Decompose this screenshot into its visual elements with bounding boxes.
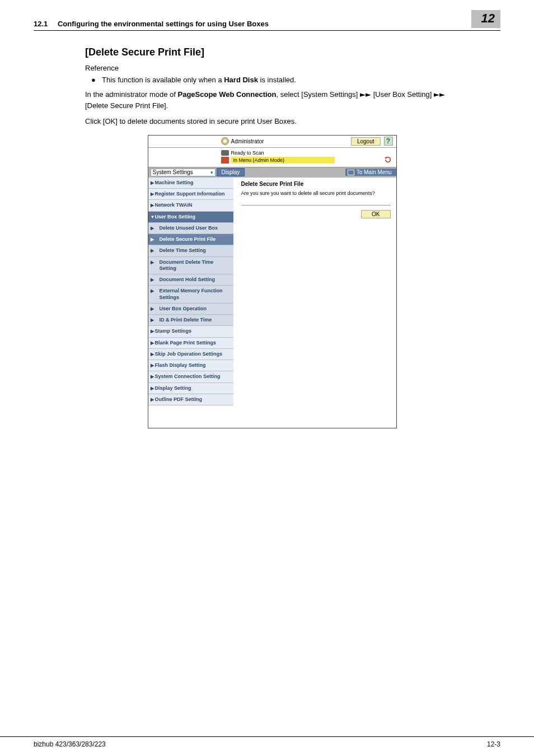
panel-title: Delete Secure Print File [241,181,391,187]
nav-item[interactable]: User Box Operation [148,304,233,315]
nav-item[interactable]: Flash Display Setting [148,360,233,371]
nav-item[interactable]: Delete Unused User Box [148,223,233,234]
chevron-right-icon [151,288,154,294]
nav-item[interactable]: ID & Print Delete Time [148,315,233,326]
nav-item-label: ID & Print Delete Time [160,317,212,323]
nav-item-label: Document Delete Time Setting [160,259,214,271]
nav-item-label: User Box Setting [155,214,196,220]
nav-item[interactable]: External Memory Function Settings [148,286,233,304]
nav-item-label: Delete Unused User Box [160,225,218,231]
chevron-right-icon [151,180,154,186]
to-main-menu-button[interactable]: To Main Menu [345,169,396,176]
heading-delete-secure-print: [Delete Secure Print File] [85,46,459,58]
scanner-icon [221,150,229,156]
nav-item-label: Display Setting [155,385,191,391]
ok-button[interactable]: OK [361,210,390,218]
chevron-right-icon [151,277,154,283]
chevron-right-icon [151,340,154,346]
nav-item-label: Flash Display Setting [155,362,206,368]
nav-item[interactable]: User Box Setting [148,212,233,223]
chevron-right-icon [151,329,154,334]
menu-mode-icon [221,157,229,164]
bullet-text-post: is installed. [258,76,296,84]
chevron-right-icon [151,260,154,265]
screenshot-panel: Administrator Logout ? Ready to Scan In … [148,135,397,428]
arrow-icon: ►► [360,90,371,99]
chevron-right-icon [151,374,154,380]
logout-button[interactable]: Logout [351,137,381,146]
nav-item-label: Network TWAIN [155,202,193,208]
nav-item[interactable]: Delete Secure Print File [148,234,233,245]
chevron-right-icon [151,192,154,197]
nav-item[interactable]: Document Hold Setting [148,274,233,286]
nav-item[interactable]: Network TWAIN [148,200,233,211]
footer-product: bizhub 423/363/283/223 [34,740,106,748]
arrow-icon: ►► [434,90,445,99]
nav-item[interactable]: Blank Page Print Settings [148,338,233,349]
bullet-text-bold: Hard Disk [224,76,258,84]
nav-item-label: User Box Operation [160,306,207,311]
side-nav: Machine SettingRegister Support Informat… [148,178,233,405]
main-menu-icon [348,170,354,175]
section-number: 12.1 [34,20,48,28]
chevron-down-icon: ▾ [210,170,213,175]
section-title: Configuring the environmental settings f… [58,20,269,28]
chevron-right-icon [151,237,154,242]
chevron-right-icon [151,397,154,403]
toolbar: System Settings ▾ Display To Main Menu [148,167,396,178]
nav-item-label: Stamp Settings [155,328,192,334]
display-button[interactable]: Display [217,168,245,176]
chevron-right-icon [151,363,154,368]
nav-item[interactable]: Machine Setting [148,178,233,189]
chevron-right-icon [151,203,154,208]
nav-item[interactable]: Stamp Settings [148,326,233,337]
administrator-label: Administrator [231,138,351,144]
help-icon[interactable]: ? [384,137,393,146]
nav-item[interactable]: Display Setting [148,383,233,394]
chevron-right-icon [151,226,154,231]
nav-item-label: Register Support Information [155,191,225,197]
status-ready: Ready to Scan [231,150,264,156]
chapter-badge: 12 [471,10,500,28]
nav-item-label: Delete Secure Print File [160,236,216,242]
nav-item-label: System Connection Setting [155,374,221,379]
divider [241,205,391,206]
nav-item[interactable]: Skip Job Operation Settings [148,349,233,360]
nav-item-label: External Memory Function Settings [160,288,223,300]
chevron-right-icon [151,306,154,312]
chevron-right-icon [151,352,154,357]
nav-item-label: Outline PDF Setting [155,396,203,402]
chevron-right-icon [151,248,154,254]
status-area: Ready to Scan In Menu (Admin Mode) [148,148,396,167]
reference-label: Reference [85,64,459,72]
footer-page-number: 12-3 [487,740,500,748]
nav-item-label: Machine Setting [155,180,194,185]
nav-item[interactable]: System Connection Setting [148,371,233,382]
nav-item[interactable]: Document Delete Time Setting [148,257,233,275]
bullet-hard-disk: ● This function is available only when a… [85,74,459,86]
nav-item-label: Blank Page Print Settings [155,340,217,346]
settings-dropdown[interactable]: System Settings ▾ [151,169,216,176]
administrator-icon [221,137,229,145]
chevron-right-icon [151,318,154,323]
chevron-down-icon [151,214,155,220]
bullet-icon: ● [85,74,102,86]
menu-mode-bar: In Menu (Admin Mode) [231,157,335,164]
nav-item-label: Skip Job Operation Settings [155,351,223,357]
chevron-right-icon [151,386,154,391]
paragraph-click-ok: Click [OK] to delete documents stored in… [85,116,459,127]
dropdown-value: System Settings [153,169,193,175]
to-main-menu-label: To Main Menu [357,169,392,175]
nav-item[interactable]: Outline PDF Setting [148,394,233,405]
paragraph-nav-path: In the administrator mode of PageScope W… [85,89,459,111]
screenshot-header: Administrator Logout ? [148,136,396,148]
page-header: 12.1 Configuring the environmental setti… [34,10,500,31]
nav-item[interactable]: Delete Time Setting [148,245,233,256]
nav-item-label: Document Hold Setting [160,277,216,282]
nav-item[interactable]: Register Support Information [148,189,233,200]
confirm-question: Are you sure you want to delete all secu… [241,190,391,196]
nav-item-label: Delete Time Setting [160,248,206,253]
refresh-icon[interactable] [384,156,392,164]
main-pane: Delete Secure Print File Are you sure yo… [233,178,396,405]
page-footer: bizhub 423/363/283/223 12-3 [0,736,534,756]
